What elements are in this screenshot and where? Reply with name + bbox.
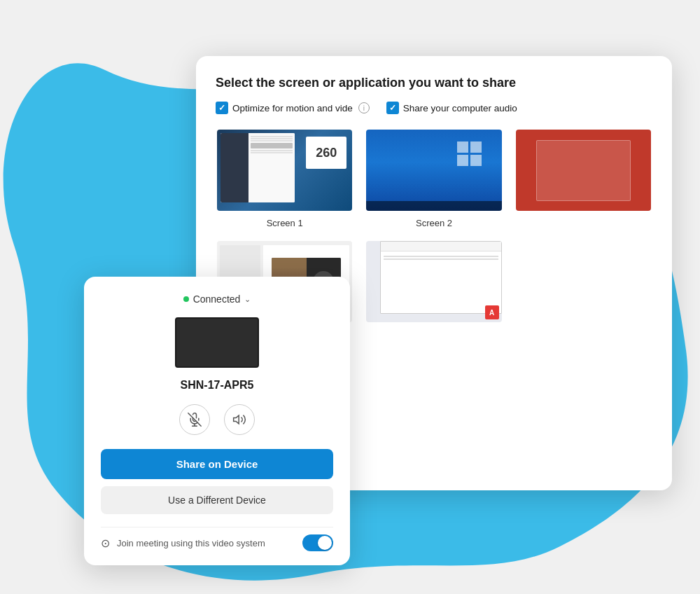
join-meeting-row: ⊙ Join meeting using this video system: [101, 527, 333, 551]
svg-rect-3: [470, 155, 482, 166]
device-controls: [101, 404, 333, 435]
use-different-device-button[interactable]: Use a Different Device: [101, 486, 333, 514]
app3-label: [433, 329, 435, 340]
screen1-item[interactable]: 260 Screen 1: [216, 128, 354, 228]
screen2-label: Screen 2: [416, 218, 452, 228]
join-meeting-toggle[interactable]: [302, 534, 333, 551]
svg-rect-0: [457, 141, 468, 153]
app1-label: [582, 218, 585, 228]
info-icon[interactable]: i: [358, 102, 370, 113]
share-dialog-title: Select the screen or application you wan…: [216, 76, 652, 90]
app3-item[interactable]: A: [365, 240, 503, 345]
toggle-knob: [318, 536, 332, 550]
screen2-item[interactable]: Screen 2: [365, 128, 503, 228]
screen1-label: Screen 1: [267, 218, 303, 228]
device-name-label: SHN-17-APR5: [101, 379, 333, 392]
svg-rect-1: [470, 141, 482, 153]
device-screen-image: [175, 317, 259, 368]
device-panel: Connected ⌄ SHN-17-APR5 Share on Device …: [84, 277, 350, 565]
optimize-checkbox-icon: [216, 102, 228, 114]
win-taskbar: [366, 201, 501, 211]
connected-text: Connected: [193, 293, 241, 305]
share-on-device-button[interactable]: Share on Device: [101, 449, 333, 479]
svg-marker-7: [234, 415, 239, 424]
options-row: Optimize for motion and vide i Share you…: [216, 102, 652, 114]
mute-button[interactable]: [179, 404, 210, 435]
optimize-checkbox[interactable]: Optimize for motion and vide i: [216, 102, 370, 114]
audio-label: Share your computer audio: [403, 103, 517, 113]
audio-checkbox[interactable]: Share your computer audio: [386, 102, 517, 114]
app1-item[interactable]: [514, 128, 652, 228]
optimize-label: Optimize for motion and vide: [232, 103, 353, 113]
screen1-thumbnail[interactable]: 260: [216, 128, 354, 212]
svg-rect-2: [457, 155, 468, 166]
audio-checkbox-icon: [386, 102, 399, 114]
screen2-thumbnail[interactable]: [365, 128, 503, 212]
join-meeting-text: Join meeting using this video system: [117, 538, 295, 548]
chevron-down-icon[interactable]: ⌄: [244, 295, 251, 304]
connected-row: Connected ⌄: [101, 293, 333, 305]
speaker-button[interactable]: [224, 404, 255, 435]
app1-thumbnail[interactable]: [514, 128, 652, 212]
video-system-icon: ⊙: [101, 537, 110, 550]
connected-dot: [183, 296, 189, 302]
app3-thumbnail[interactable]: A: [365, 240, 503, 324]
